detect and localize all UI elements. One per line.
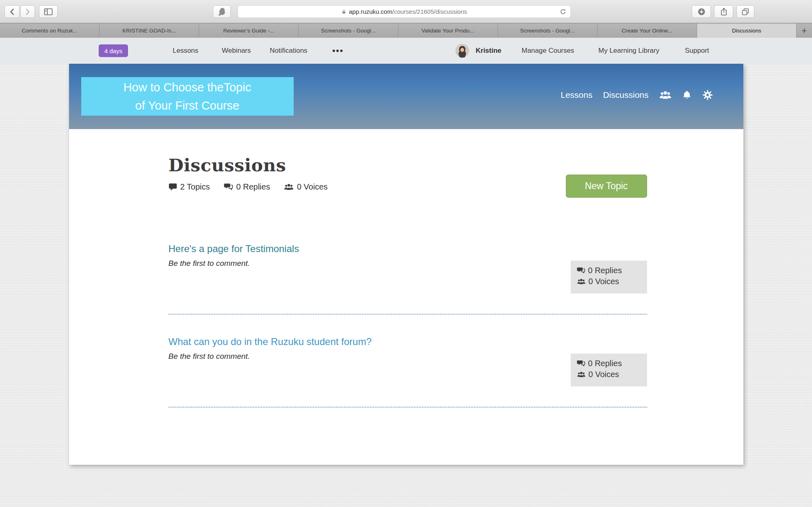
topic-voices: 0 Voices: [577, 370, 647, 379]
course-nav-lessons[interactable]: Lessons: [561, 90, 592, 100]
nav-item-webinars[interactable]: Webinars: [222, 47, 251, 55]
more-menu-button[interactable]: •••: [332, 46, 344, 56]
bell-icon: [682, 90, 692, 100]
back-button[interactable]: [4, 5, 19, 18]
topic-row: Here's a page for Testimonials Be the fi…: [169, 243, 647, 315]
browser-tab[interactable]: Screenshots - Googl...: [498, 24, 598, 38]
browser-tab[interactable]: KRISTINE GOAD-Is...: [100, 24, 199, 38]
tab-label: Validate Your Produ...: [422, 28, 474, 34]
topics-count: 2 Topics: [169, 182, 210, 192]
topic-title-link[interactable]: Here's a page for Testimonials: [169, 243, 647, 255]
tab-label: KRISTINE GOAD-Is...: [122, 28, 176, 34]
course-site: How to Choose theTopic of Your First Cou…: [69, 64, 743, 465]
avatar-photo: [455, 44, 469, 58]
address-bar[interactable]: app.ruzuku.com/courses/21605/discussions: [238, 5, 571, 18]
course-title-line2: of Your First Course: [81, 97, 294, 115]
participants-button[interactable]: [659, 90, 671, 100]
users-icon: [284, 183, 294, 191]
page-title: Discussions: [169, 129, 647, 175]
sidebar-toggle-button[interactable]: [39, 5, 58, 18]
safari-window: app.ruzuku.com/courses/21605/discussions: [0, 0, 812, 507]
avatar[interactable]: [455, 44, 469, 58]
tab-label: Screenshots - Googl...: [321, 28, 375, 34]
back-chevron-icon: [9, 8, 15, 15]
topic-replies: 0 Replies: [577, 266, 647, 275]
tab-bar: Comments on Ruzuk... KRISTINE GOAD-Is...…: [0, 23, 812, 38]
share-button[interactable]: [714, 5, 733, 18]
tab-label: Reviewer’s Guide -...: [223, 28, 275, 34]
refresh-button[interactable]: [559, 8, 567, 15]
browser-tab[interactable]: Create Your Online...: [598, 24, 697, 38]
topic-body: What can you do in the Ruzuku student fo…: [169, 336, 647, 407]
topic-list: Here's a page for Testimonials Be the fi…: [169, 243, 647, 408]
topic-stats-box: 0 Replies: [571, 354, 647, 386]
lock-icon: [341, 9, 346, 15]
new-tab-button[interactable]: +: [797, 24, 812, 38]
course-title-line1: How to Choose theTopic: [81, 78, 294, 97]
voices-count: 0 Voices: [284, 182, 328, 192]
browser-tab[interactable]: Validate Your Produ...: [398, 24, 498, 38]
topic-stats-box: 0 Replies: [571, 261, 647, 293]
speech-bubbles-icon: [224, 183, 233, 191]
speech-bubbles-icon: [577, 267, 585, 274]
nav-item-support[interactable]: Support: [685, 47, 709, 55]
tab-label: Create Your Online...: [621, 28, 672, 34]
users-icon: [659, 90, 671, 100]
tab-overview-button[interactable]: [736, 5, 754, 18]
users-icon: [577, 371, 586, 378]
users-icon: [577, 278, 586, 285]
course-title-banner[interactable]: How to Choose theTopic of Your First Cou…: [81, 77, 294, 116]
ruzuku-top-nav: 4 days Lessons Webinars Notifications ••…: [0, 38, 812, 64]
forward-chevron-icon: [24, 8, 31, 15]
browser-tab-active[interactable]: Discussions: [697, 24, 797, 38]
nav-item-manage-courses[interactable]: Manage Courses: [522, 47, 574, 55]
downloads-icon: [697, 8, 706, 16]
share-icon: [720, 7, 728, 16]
tab-label: Comments on Ruzuk...: [22, 28, 77, 34]
tab-overview-icon: [741, 8, 749, 16]
topic-replies: 0 Replies: [577, 359, 647, 368]
course-header: How to Choose theTopic of Your First Cou…: [69, 64, 743, 129]
evernote-extension-button[interactable]: [213, 5, 231, 18]
settings-button[interactable]: [702, 90, 713, 100]
notifications-button[interactable]: [682, 90, 692, 100]
browser-tab[interactable]: Reviewer’s Guide -...: [199, 24, 299, 38]
refresh-icon: [559, 8, 567, 15]
tab-label: Screenshots - Googl...: [520, 28, 575, 34]
new-topic-button[interactable]: New Topic: [566, 175, 647, 198]
page-background: How to Choose theTopic of Your First Cou…: [0, 64, 812, 507]
replies-count: 0 Replies: [224, 182, 270, 192]
url-domain: app.ruzuku.com: [349, 8, 392, 15]
topic-row: What can you do in the Ruzuku student fo…: [169, 315, 647, 408]
speech-bubbles-icon: [577, 360, 585, 367]
course-header-nav: Lessons Discussions: [561, 90, 712, 100]
course-nav-discussions[interactable]: Discussions: [603, 90, 648, 100]
nav-item-my-learning-library[interactable]: My Learning Library: [598, 47, 659, 55]
tab-label: Discussions: [732, 28, 761, 34]
url-path: /courses/21605/discussions: [392, 8, 467, 15]
downloads-button[interactable]: [692, 5, 711, 18]
browser-tab[interactable]: Comments on Ruzuk...: [0, 24, 100, 38]
speech-bubble-icon: [169, 183, 177, 191]
forward-button[interactable]: [20, 5, 35, 18]
topic-body: Here's a page for Testimonials Be the fi…: [169, 243, 647, 314]
topic-title-link[interactable]: What can you do in the Ruzuku student fo…: [169, 336, 647, 348]
discussions-page: Discussions 2 Topics 0 Replies: [69, 129, 743, 465]
nav-item-lessons[interactable]: Lessons: [173, 47, 198, 55]
browser-toolbar: app.ruzuku.com/courses/21605/discussions: [0, 0, 812, 23]
topic-voices: 0 Voices: [577, 277, 647, 286]
nav-item-notifications[interactable]: Notifications: [270, 47, 307, 55]
user-name[interactable]: Kristine: [476, 47, 501, 55]
days-remaining-badge[interactable]: 4 days: [99, 45, 128, 57]
evernote-icon: [218, 7, 226, 16]
browser-tab[interactable]: Screenshots - Googl...: [299, 24, 398, 38]
gear-icon: [702, 90, 713, 100]
sidebar-icon: [44, 8, 53, 15]
